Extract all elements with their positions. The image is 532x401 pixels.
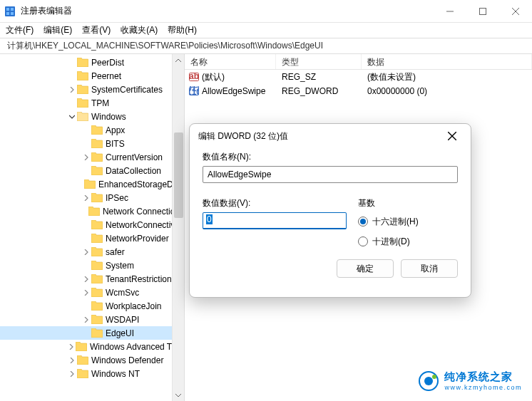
tree-chevron-icon[interactable]: [83, 154, 90, 161]
svg-text:110: 110: [189, 87, 199, 97]
scroll-down-icon[interactable]: [173, 389, 184, 401]
tree-item-network-connections[interactable]: Network Connections: [0, 204, 184, 218]
tree-chevron-icon: [83, 235, 90, 242]
tree-item-windows-advanced-threat-protection[interactable]: Windows Advanced Threat Protection: [0, 340, 184, 353]
tree-item-windows-nt[interactable]: Windows NT: [0, 367, 184, 380]
cell-data: 0x00000000 (0): [362, 86, 532, 96]
svg-text:ab: ab: [189, 72, 199, 81]
folder-icon: [91, 125, 103, 135]
tree-chevron-icon[interactable]: [68, 113, 76, 120]
folder-icon: [77, 112, 88, 121]
maximize-button[interactable]: [466, 0, 499, 23]
tree-chevron-icon: [83, 303, 90, 310]
tree-item-bits[interactable]: BITS: [0, 137, 184, 150]
tree-chevron-icon: [83, 167, 90, 175]
folder-icon: [91, 274, 103, 283]
tree-item-system[interactable]: System: [0, 259, 184, 272]
folder-icon: [91, 220, 103, 229]
folder-icon: [91, 288, 103, 297]
tree-item-enhancedstoragedevices[interactable]: EnhancedStorageDevices: [0, 177, 184, 191]
data-input[interactable]: 0: [203, 212, 347, 229]
tree-chevron-icon[interactable]: [83, 289, 90, 296]
tree-item-label: IPSec: [106, 193, 128, 203]
radio-dec[interactable]: 十进制(D): [358, 234, 458, 249]
close-button[interactable]: [499, 0, 532, 23]
tree-item-appx[interactable]: Appx: [0, 123, 184, 137]
tree-item-workplacejoin[interactable]: WorkplaceJoin: [0, 299, 184, 313]
tree-item-edgeui[interactable]: EdgeUI: [0, 326, 184, 340]
folder-icon: [77, 71, 88, 80]
tree-item-windows-defender[interactable]: Windows Defender: [0, 353, 184, 367]
tree-item-wcmsvc[interactable]: WcmSvc: [0, 286, 184, 299]
tree-item-currentversion[interactable]: CurrentVersion: [0, 150, 184, 164]
tree-item-label: WcmSvc: [106, 288, 139, 298]
menu-help[interactable]: 帮助(H): [168, 24, 197, 36]
tree-chevron-icon[interactable]: [83, 276, 90, 283]
tree-item-peerdist[interactable]: PeerDist: [0, 56, 184, 69]
scroll-up-icon[interactable]: [173, 54, 184, 66]
tree-chevron-icon: [83, 222, 90, 229]
menu-file[interactable]: 文件(F): [6, 24, 34, 36]
radio-hex-label: 十六进制(H): [372, 216, 419, 228]
base-label: 基数: [358, 197, 458, 209]
tree-item-datacollection[interactable]: DataCollection: [0, 164, 184, 177]
folder-icon: [91, 261, 103, 270]
list-row[interactable]: ab(默认)REG_SZ(数值未设置): [185, 70, 532, 84]
tree-item-wsdapi[interactable]: WSDAPI: [0, 313, 184, 326]
dialog-title: 编辑 DWORD (32 位)值: [198, 130, 288, 142]
folder-icon: [77, 58, 88, 67]
tree-item-networkprovider[interactable]: NetworkProvider: [0, 231, 184, 245]
tree-item-label: Peernet: [91, 71, 121, 81]
tree-item-label: TenantRestrictions: [106, 274, 176, 284]
tree-chevron-icon[interactable]: [68, 370, 76, 377]
dialog-close-button[interactable]: [442, 126, 462, 146]
tree-scrollbar[interactable]: [172, 54, 184, 401]
tree-item-ipsec[interactable]: IPSec: [0, 191, 184, 204]
tree-chevron-icon[interactable]: [68, 343, 74, 350]
tree-chevron-icon[interactable]: [83, 194, 90, 202]
tree-item-safer[interactable]: safer: [0, 245, 184, 259]
tree-chevron-icon[interactable]: [68, 357, 76, 364]
tree-item-networkconnectivity[interactable]: NetworkConnectivity: [0, 218, 184, 231]
folder-icon: [91, 166, 103, 175]
list-header: 名称 类型 数据: [185, 54, 532, 70]
menu-favorites[interactable]: 收藏夹(A): [121, 24, 158, 36]
tree-item-peernet[interactable]: Peernet: [0, 69, 184, 83]
tree-item-systemcertificates[interactable]: SystemCertificates: [0, 83, 184, 96]
tree-chevron-icon[interactable]: [83, 316, 90, 323]
cancel-button[interactable]: 取消: [401, 259, 458, 278]
cell-name: ab(默认): [185, 71, 276, 83]
menu-edit[interactable]: 编辑(E): [44, 24, 72, 36]
minimize-button[interactable]: [434, 0, 466, 23]
tree-item-windows[interactable]: Windows: [0, 110, 184, 123]
address-bar[interactable]: 计算机\HKEY_LOCAL_MACHINE\SOFTWARE\Policies…: [0, 38, 532, 54]
scroll-thumb[interactable]: [174, 132, 183, 218]
tree-item-tenantrestrictions[interactable]: TenantRestrictions: [0, 272, 184, 286]
tree-item-label: NetworkProvider: [106, 234, 169, 244]
titlebar: 注册表编辑器: [0, 0, 532, 23]
tree-chevron-icon: [83, 330, 90, 337]
ok-button[interactable]: 确定: [337, 259, 394, 278]
tree-chevron-icon[interactable]: [68, 86, 76, 93]
name-input[interactable]: [203, 166, 458, 183]
col-header-type[interactable]: 类型: [276, 54, 362, 69]
tree-item-label: System: [106, 261, 134, 271]
radio-hex[interactable]: 十六进制(H): [358, 214, 458, 229]
folder-icon: [77, 98, 88, 108]
tree-item-label: WorkplaceJoin: [106, 301, 161, 311]
folder-icon: [77, 369, 88, 378]
data-label: 数值数据(V):: [203, 197, 347, 209]
col-header-data[interactable]: 数据: [362, 54, 532, 69]
cell-type: REG_SZ: [276, 72, 362, 82]
tree-item-label: safer: [106, 247, 125, 257]
tree-chevron-icon[interactable]: [83, 249, 90, 256]
folder-icon: [91, 315, 103, 324]
tree-chevron-icon: [83, 140, 90, 147]
tree-chevron-icon: [83, 262, 90, 269]
col-header-name[interactable]: 名称: [185, 54, 276, 69]
address-text: 计算机\HKEY_LOCAL_MACHINE\SOFTWARE\Policies…: [7, 40, 323, 52]
tree-item-tpm[interactable]: TPM: [0, 96, 184, 110]
list-row[interactable]: 011110AllowEdgeSwipeREG_DWORD0x00000000 …: [185, 84, 532, 98]
menu-view[interactable]: 查看(V): [82, 24, 111, 36]
tree-item-label: CurrentVersion: [106, 152, 163, 162]
